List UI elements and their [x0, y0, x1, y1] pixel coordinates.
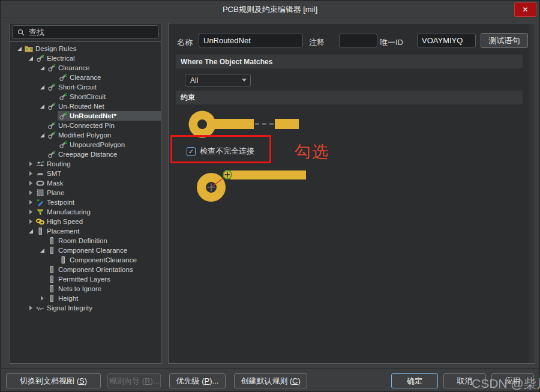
tree-item-componentclearance[interactable]: ComponentClearance: [10, 255, 161, 265]
priorities-button[interactable]: 优先级 (P)...: [169, 373, 226, 388]
tree-item-unroutednet[interactable]: UnRoutedNet*: [10, 111, 161, 121]
tree-item-content[interactable]: Testpoint: [35, 198, 161, 207]
collapsed-arrow-icon[interactable]: [38, 296, 46, 301]
tree-item-high-speed[interactable]: High Speed: [10, 217, 161, 226]
tree-item-content[interactable]: Clearance: [58, 73, 161, 82]
collapsed-arrow-icon[interactable]: [26, 210, 35, 214]
tree-item-content[interactable]: ComponentClearance: [58, 255, 161, 265]
create-default-rules-button[interactable]: 创建默认规则 (C): [234, 373, 307, 388]
collapsed-arrow-icon[interactable]: [26, 306, 35, 310]
collapsed-arrow-icon[interactable]: [26, 219, 35, 224]
tree-item-electrical[interactable]: Electrical: [10, 53, 161, 63]
unique-id-label: 唯一ID: [380, 37, 403, 48]
rules-panel: Design RulesElectricalClearanceClearance…: [10, 23, 161, 364]
tree-item-routing[interactable]: Routing: [10, 159, 161, 169]
tree-item-content[interactable]: Height: [46, 294, 161, 303]
vertical-scrollbar[interactable]: [529, 24, 534, 363]
apply-button[interactable]: 应用: [491, 373, 534, 388]
tree-item-content[interactable]: UnpouredPolygon: [58, 140, 161, 149]
tree-item-content[interactable]: Un-Connected Pin: [46, 121, 161, 130]
tree-item-content[interactable]: Placement: [35, 226, 161, 236]
tree-item-content[interactable]: Nets to Ignore: [46, 284, 161, 294]
tree-item-permitted-layers[interactable]: Permitted Layers: [10, 274, 161, 284]
tree-selection-highlight[interactable]: UnRoutedNet*: [58, 111, 161, 121]
tree-item-manufacturing[interactable]: Manufacturing: [10, 207, 161, 217]
rule-icon: [47, 150, 56, 158]
unrouted-connection-diagram: [184, 109, 322, 142]
expanded-arrow-icon[interactable]: [38, 85, 46, 89]
tree-item-content[interactable]: Permitted Layers: [46, 274, 161, 284]
tree-item-content[interactable]: Mask: [35, 178, 161, 188]
tree-item-testpoint[interactable]: Testpoint: [10, 198, 161, 207]
placement-icon: [36, 227, 44, 235]
tree-item-content[interactable]: Manufacturing: [35, 207, 161, 217]
tree-item-content[interactable]: SMT: [35, 169, 161, 178]
cancel-button[interactable]: 取消: [443, 373, 486, 388]
collapsed-arrow-icon[interactable]: [26, 171, 35, 176]
tree-item-content[interactable]: Plane: [35, 188, 161, 198]
name-input[interactable]: [199, 34, 303, 47]
unique-id-input[interactable]: [417, 34, 476, 47]
tree-item-component-orientations[interactable]: Component Orientations: [10, 265, 161, 274]
collapsed-arrow-icon[interactable]: [26, 181, 35, 185]
tree-item-content[interactable]: Un-Routed Net: [46, 101, 161, 111]
tree-item-content[interactable]: Routing: [35, 159, 161, 169]
test-queries-button[interactable]: 测试语句: [481, 33, 528, 48]
search-input[interactable]: [29, 28, 149, 37]
tree-item-content[interactable]: Clearance: [46, 63, 161, 73]
tree-item-content[interactable]: ShortCircuit: [58, 92, 161, 101]
placement-icon: [47, 294, 56, 303]
tree-item-mask[interactable]: Mask: [10, 178, 161, 188]
tree-item-content[interactable]: High Speed: [35, 217, 161, 226]
tree-item-modified-polygon[interactable]: Modified Polygon: [10, 130, 161, 140]
comment-input[interactable]: [339, 34, 377, 47]
tree-item-placement[interactable]: Placement: [10, 226, 161, 236]
check-incomplete-checkbox[interactable]: ✓: [187, 147, 196, 156]
collapsed-arrow-icon[interactable]: [26, 190, 35, 195]
tree-item-content[interactable]: Signal Integrity: [35, 303, 161, 313]
partial-connection-diagram: [187, 167, 319, 220]
tree-item-height[interactable]: Height: [10, 294, 161, 303]
tree-item-un-connected-pin[interactable]: Un-Connected Pin: [10, 121, 161, 130]
tree-item-creepage-distance[interactable]: Creepage Distance: [10, 149, 161, 159]
tree-item-nets-to-ignore[interactable]: Nets to Ignore: [10, 284, 161, 294]
scope-dropdown[interactable]: All: [185, 74, 251, 86]
tree-item-plane[interactable]: Plane: [10, 188, 161, 198]
collapsed-arrow-icon[interactable]: [26, 161, 35, 166]
tree-item-short-circuit[interactable]: Short-Circuit: [10, 82, 161, 92]
tree-item-unpouredpolygon[interactable]: UnpouredPolygon: [10, 140, 161, 149]
expanded-arrow-icon[interactable]: [26, 229, 35, 234]
close-button[interactable]: ✕: [514, 2, 536, 17]
rule-icon: [47, 131, 56, 139]
tree-item-shortcircuit[interactable]: ShortCircuit: [10, 92, 161, 101]
expanded-arrow-icon[interactable]: [15, 47, 23, 51]
tree-item-component-clearance[interactable]: Component Clearance: [10, 246, 161, 255]
ok-button[interactable]: 确定: [391, 373, 438, 388]
expanded-arrow-icon[interactable]: [38, 249, 46, 253]
track-segment: [212, 119, 254, 129]
collapsed-arrow-icon[interactable]: [26, 200, 35, 205]
expanded-arrow-icon[interactable]: [38, 66, 46, 70]
switch-to-document-view-button[interactable]: 切换到文档视图 (S): [6, 373, 101, 388]
tree-item-label: SMT: [47, 170, 61, 177]
expanded-arrow-icon[interactable]: [38, 133, 46, 137]
tree-item-clearance[interactable]: Clearance: [10, 63, 161, 73]
expanded-arrow-icon[interactable]: [38, 104, 46, 109]
expanded-arrow-icon[interactable]: [26, 56, 35, 61]
tree-item-content[interactable]: Short-Circuit: [46, 82, 161, 92]
tree-item-signal-integrity[interactable]: Signal Integrity: [10, 303, 161, 313]
tree-item-content[interactable]: Modified Polygon: [46, 130, 161, 140]
tree-item-content[interactable]: Design Rules: [23, 44, 161, 53]
tree-item-room-definition[interactable]: Room Definition: [10, 236, 161, 246]
tree-item-design-rules[interactable]: Design Rules: [10, 44, 161, 53]
tree-item-content[interactable]: Component Orientations: [46, 265, 161, 274]
tree-item-content[interactable]: Creepage Distance: [46, 149, 161, 159]
tree-item-smt[interactable]: SMT: [10, 169, 161, 178]
tree-item-content[interactable]: Room Definition: [46, 236, 161, 246]
footer-separator: [1, 368, 539, 369]
tree-item-un-routed-net[interactable]: Un-Routed Net: [10, 101, 161, 111]
tree-item-content[interactable]: Component Clearance: [46, 246, 161, 255]
search-box[interactable]: [12, 25, 159, 39]
tree-item-clearance[interactable]: Clearance: [10, 73, 161, 82]
tree-item-content[interactable]: Electrical: [35, 53, 161, 63]
